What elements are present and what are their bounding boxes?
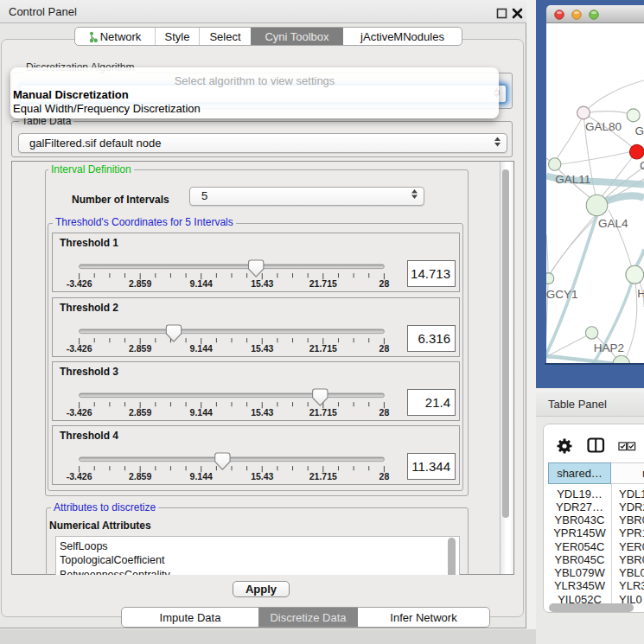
svg-text:15.43: 15.43 xyxy=(251,278,273,289)
svg-text:9.144: 9.144 xyxy=(190,278,213,289)
svg-text:2.859: 2.859 xyxy=(129,471,151,481)
svg-text:GAL11: GAL11 xyxy=(555,173,590,186)
svg-text:28: 28 xyxy=(379,407,390,418)
svg-text:9.144: 9.144 xyxy=(190,407,213,418)
svg-text:-3.426: -3.426 xyxy=(67,343,92,354)
svg-text:21.715: 21.715 xyxy=(309,343,337,354)
svg-text:21.715: 21.715 xyxy=(309,278,337,289)
svg-text:28: 28 xyxy=(379,278,390,289)
svg-text:GCY1: GCY1 xyxy=(546,288,578,301)
svg-text:2.859: 2.859 xyxy=(129,407,151,418)
svg-text:GAL4: GAL4 xyxy=(598,217,628,230)
svg-text:HAP2: HAP2 xyxy=(594,341,624,354)
svg-text:-3.426: -3.426 xyxy=(67,407,92,418)
svg-text:2.859: 2.859 xyxy=(129,278,151,289)
svg-text:-3.426: -3.426 xyxy=(67,278,92,289)
svg-text:G: G xyxy=(634,124,644,137)
svg-text:15.43: 15.43 xyxy=(251,471,273,481)
svg-text:-3.426: -3.426 xyxy=(67,471,92,481)
svg-text:21.715: 21.715 xyxy=(309,407,337,418)
svg-text:H: H xyxy=(637,287,644,300)
svg-text:28: 28 xyxy=(379,471,390,481)
svg-text:C: C xyxy=(640,159,644,172)
svg-text:GAL80: GAL80 xyxy=(585,120,622,133)
svg-text:9.144: 9.144 xyxy=(190,471,213,481)
svg-text:9.144: 9.144 xyxy=(190,343,213,354)
svg-text:28: 28 xyxy=(379,343,390,354)
svg-text:15.43: 15.43 xyxy=(251,407,273,418)
svg-text:2.859: 2.859 xyxy=(129,343,151,354)
svg-text:21.715: 21.715 xyxy=(309,471,337,481)
svg-text:15.43: 15.43 xyxy=(251,343,273,354)
